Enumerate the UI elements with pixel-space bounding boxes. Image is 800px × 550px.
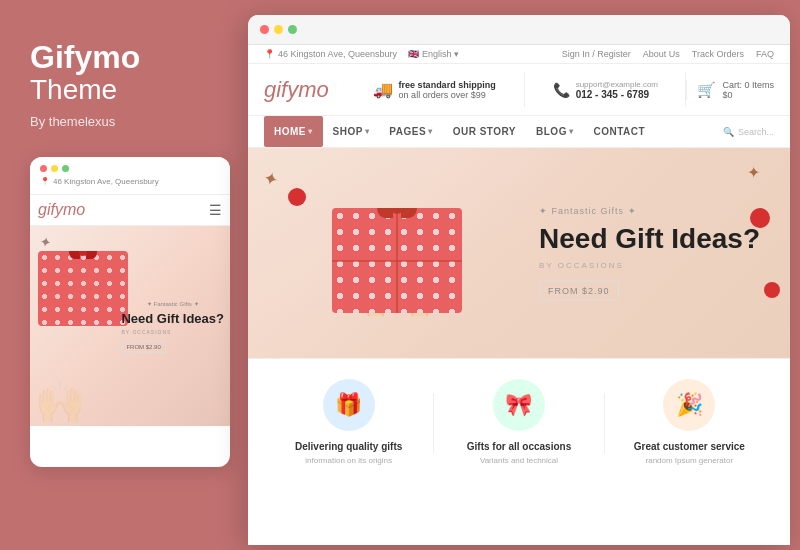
deco-berry-3 [764, 282, 780, 298]
shipping-label: free standard shipping [399, 80, 496, 90]
feature-item-3: 🎉 Great customer service random Ipsum ge… [605, 379, 774, 466]
mobile-gift-box [38, 251, 128, 326]
mobile-dots [40, 165, 220, 172]
deco-spice-2: ✦ [747, 163, 760, 182]
feature-item-2: 🎀 Gifts for all occasions Variants and t… [434, 379, 603, 466]
mobile-hero-heading: Need Gift Ideas? [121, 311, 224, 327]
shipping-info: 🚚 free standard shipping on all orders o… [354, 80, 514, 100]
nav-bar: HOME ▾ SHOP ▾ PAGES ▾ OUR STORY BLOG ▾ C… [248, 116, 790, 148]
features-section: 🎁 Delivering quality gifts information o… [248, 358, 790, 486]
nav-contact-label: CONTACT [593, 126, 645, 137]
nav-shop-chevron: ▾ [365, 127, 370, 136]
nav-item-our-story[interactable]: OUR STORY [443, 116, 526, 147]
mobile-hero: ✦ 🙌 ✦ Fantastic Gifts ✦ Need Gift Ideas? [30, 226, 230, 426]
mobile-top-bar: 📍 46 Kingston Ave, Queensbury [30, 157, 230, 195]
browser-bar [248, 15, 790, 45]
top-info-right: Sign In / Register About Us Track Orders… [562, 49, 774, 59]
shipping-sub: on all orders over $99 [399, 90, 486, 100]
nav-pages-label: PAGES [389, 126, 426, 137]
browser-window: 📍 46 Kingston Ave, Queensbury 🇬🇧 English… [248, 15, 790, 545]
search-placeholder: Search... [738, 127, 774, 137]
phone-icon: 📞 [553, 82, 570, 98]
about-us-link[interactable]: About Us [643, 49, 680, 59]
support-phone: 012 - 345 - 6789 [576, 89, 658, 100]
logo-bold-part: gify [264, 77, 298, 102]
brand-title-group: Gifymo Theme By themelexus [30, 40, 218, 129]
browser-dot-red [260, 25, 269, 34]
mobile-logo: gifymo [38, 201, 85, 219]
top-info-left: 📍 46 Kingston Ave, Queensbury 🇬🇧 English… [264, 49, 459, 59]
mobile-bow [69, 251, 97, 263]
language-chevron: ▾ [454, 49, 459, 59]
feature-desc-1: information on its origins [305, 455, 392, 466]
support-email: support@example.com [576, 80, 658, 89]
dot-red [40, 165, 47, 172]
flag-icon: 🇬🇧 [408, 49, 419, 59]
cart-info[interactable]: 🛒 Cart: 0 Items $0 [686, 80, 774, 100]
dot-green [62, 165, 69, 172]
hero-fantastic-tag: ✦ Fantastic Gifts ✦ [539, 206, 760, 216]
feature-desc-3: random Ipsum generator [646, 455, 734, 466]
dot-yellow [51, 165, 58, 172]
pin-icon: 📍 [40, 177, 50, 186]
hero-gift-visual: 🙌 [312, 183, 482, 323]
feature-title-3: Great customer service [634, 441, 745, 452]
store-address: 46 Kingston Ave, Queensbury [278, 49, 397, 59]
nav-item-home[interactable]: HOME ▾ [264, 116, 323, 147]
feature-icon-occasions: 🎀 [493, 379, 545, 431]
nav-item-blog[interactable]: BLOG ▾ [526, 116, 583, 147]
track-orders-link[interactable]: Track Orders [692, 49, 744, 59]
bow-right [401, 208, 417, 218]
nav-shop-label: SHOP [333, 126, 363, 137]
cart-items: 0 Items [745, 80, 775, 90]
main-header: gifymo 🚚 free standard shipping on all o… [248, 64, 790, 116]
hero-occasions-label: BY OCCASIONS [539, 260, 760, 269]
top-info-bar: 📍 46 Kingston Ave, Queensbury 🇬🇧 English… [248, 45, 790, 64]
language-label: English [422, 49, 452, 59]
nav-links: HOME ▾ SHOP ▾ PAGES ▾ OUR STORY BLOG ▾ C… [264, 116, 655, 147]
feature-title-2: Gifts for all occasions [467, 441, 571, 452]
sign-in-link[interactable]: Sign In / Register [562, 49, 631, 59]
nav-home-chevron: ▾ [308, 127, 313, 136]
mobile-fantastic-tag: ✦ Fantastic Gifts ✦ [121, 300, 224, 307]
mobile-deco-spice: ✦ [39, 233, 54, 251]
hero-gift-area: 🙌 [248, 148, 546, 358]
hamburger-icon[interactable]: ☰ [209, 203, 222, 217]
ribbon-h [332, 260, 462, 262]
mobile-preview-card: 📍 46 Kingston Ave, Queensbury gifymo ☰ ✦ [30, 157, 230, 467]
brand-subtitle: Theme [30, 75, 218, 106]
browser-dots [260, 25, 297, 34]
shipping-text: free standard shipping on all orders ove… [399, 80, 496, 100]
faq-link[interactable]: FAQ [756, 49, 774, 59]
hero-from-price: FROM $2.90 [539, 280, 619, 300]
header-logo: gifymo [264, 77, 344, 103]
cart-icon: 🛒 [697, 81, 716, 99]
nav-blog-label: BLOG [536, 126, 567, 137]
nav-home-label: HOME [274, 126, 306, 137]
brand-by: By themelexus [30, 114, 218, 129]
nav-item-contact[interactable]: CONTACT [583, 116, 655, 147]
hero-main-heading: Need Gift Ideas? [539, 224, 760, 255]
nav-item-pages[interactable]: PAGES ▾ [379, 116, 442, 147]
feature-title-1: Delivering quality gifts [295, 441, 402, 452]
hero-text-area: ✦ Fantastic Gifts ✦ Need Gift Ideas? BY … [539, 206, 760, 301]
mobile-from-price: FROM $2.90 [121, 340, 165, 352]
mobile-address: 📍 46 Kingston Ave, Queensbury [40, 177, 220, 186]
browser-dot-green [288, 25, 297, 34]
search-icon: 🔍 [723, 127, 734, 137]
logo-light-part: mo [298, 77, 329, 102]
feature-item-1: 🎁 Delivering quality gifts information o… [264, 379, 433, 466]
truck-icon: 🚚 [373, 80, 393, 99]
browser-dot-yellow [274, 25, 283, 34]
cart-label: Cart: [722, 80, 742, 90]
brand-name: Gifymo [30, 40, 218, 75]
cart-total: $0 [722, 90, 732, 100]
support-text: support@example.com 012 - 345 - 6789 [576, 79, 658, 100]
mobile-nav: gifymo ☰ [30, 195, 230, 226]
mobile-occasions: BY OCCASIONS [121, 328, 224, 334]
feature-icon-service: 🎉 [663, 379, 715, 431]
hero-section: ✦ ✦ 🙌 [248, 148, 790, 358]
address-pin-icon: 📍 [264, 49, 275, 59]
nav-item-shop[interactable]: SHOP ▾ [323, 116, 380, 147]
nav-blog-chevron: ▾ [569, 127, 574, 136]
